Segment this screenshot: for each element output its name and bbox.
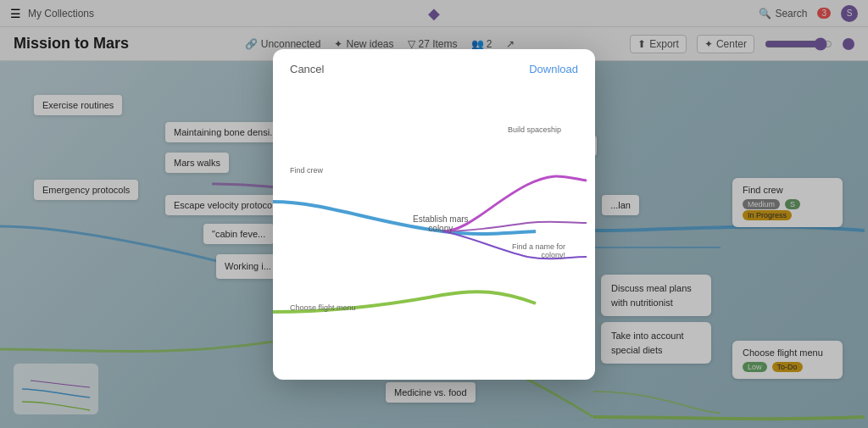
modal-overlay[interactable]: Cancel Download Find crew Establish mars…	[0, 0, 868, 428]
modal-header: Cancel Download	[273, 49, 595, 86]
modal-find-name-label: Find a name for colony!	[512, 234, 565, 259]
modal-establish-label: Establish mars colony	[413, 214, 469, 233]
modal-download-button[interactable]: Download	[529, 63, 578, 75]
modal-build-spaceship-label: Build spaceship	[508, 125, 561, 134]
modal-choose-flight-label: Choose flight menu	[290, 303, 356, 312]
modal-find-crew-label: Find crew	[290, 166, 323, 175]
export-modal: Cancel Download Find crew Establish mars…	[273, 49, 595, 380]
modal-cancel-button[interactable]: Cancel	[290, 63, 324, 75]
